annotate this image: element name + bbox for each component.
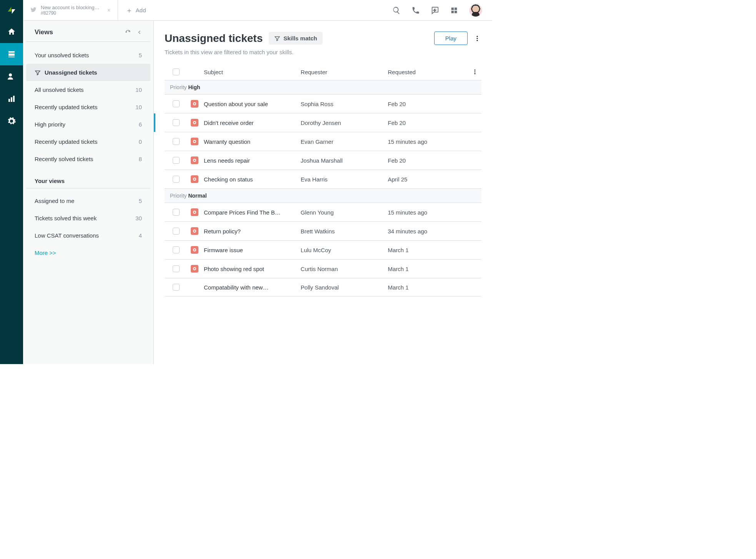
views-item[interactable]: Low CSAT conversations4	[26, 227, 150, 244]
col-requester[interactable]: Requester	[301, 69, 388, 75]
status-badge	[191, 156, 198, 164]
views-item[interactable]: High priority6	[26, 116, 150, 133]
apps-button[interactable]	[450, 6, 458, 15]
chat-icon	[431, 6, 439, 15]
views-item[interactable]: Recently updated tickets10	[26, 98, 150, 116]
nav-home[interactable]	[0, 21, 23, 43]
views-item-count: 8	[139, 156, 142, 162]
row-checkbox[interactable]	[173, 246, 180, 253]
ticket-requester: Polly Sandoval	[301, 284, 388, 291]
views-item[interactable]: All unsolved tickets10	[26, 81, 150, 98]
status-badge	[191, 227, 198, 235]
views-header: Views	[26, 28, 150, 42]
ticket-row[interactable]: Didn't receive orderDorothy JensenFeb 20	[165, 113, 481, 132]
ticket-requester: Joshua Marshall	[301, 157, 388, 164]
svg-rect-6	[451, 7, 454, 10]
tab-close[interactable]: ×	[107, 7, 110, 14]
row-checkbox[interactable]	[173, 157, 180, 164]
top-right-actions	[392, 0, 492, 20]
search-button[interactable]	[392, 6, 401, 15]
ticket-row[interactable]: Compare Prices Find The B…Glenn Young15 …	[165, 203, 481, 222]
row-checkbox[interactable]	[173, 138, 180, 145]
more-vertical-icon	[472, 69, 478, 75]
row-checkbox[interactable]	[173, 265, 180, 272]
row-checkbox[interactable]	[173, 100, 180, 107]
views-icon	[7, 50, 16, 59]
ticket-requested: 15 minutes ago	[388, 138, 465, 145]
svg-rect-9	[455, 10, 457, 13]
row-checkbox[interactable]	[173, 228, 180, 235]
views-item[interactable]: Unassigned tickets	[26, 64, 150, 81]
your-views-list: Assigned to me5Tickets solved this week3…	[23, 191, 153, 244]
customers-icon	[7, 72, 16, 81]
view-options[interactable]	[473, 35, 481, 42]
gear-icon	[7, 116, 16, 126]
refresh-icon	[125, 29, 131, 35]
call-button[interactable]	[411, 6, 420, 15]
add-tab-button[interactable]: ＋ Add	[118, 0, 154, 20]
ticket-row[interactable]: Firmware issueLulu McCoyMarch 1	[165, 241, 481, 260]
views-item[interactable]: Your unsolved tickets5	[26, 47, 150, 64]
status-badge	[191, 138, 198, 145]
col-subject[interactable]: Subject	[204, 69, 301, 75]
column-options[interactable]	[471, 69, 479, 75]
views-title: Views	[35, 28, 53, 36]
svg-point-13	[475, 70, 476, 71]
svg-point-22	[193, 230, 196, 232]
bar-chart-icon	[7, 94, 16, 103]
row-checkbox[interactable]	[173, 284, 180, 291]
skills-match-chip[interactable]: Skills match	[269, 32, 323, 45]
svg-point-18	[193, 140, 196, 143]
chat-button[interactable]	[431, 6, 439, 15]
ticket-requested: Feb 20	[388, 157, 465, 164]
ticket-requested: March 1	[388, 284, 465, 291]
nav-customers[interactable]	[0, 65, 23, 88]
nav-admin[interactable]	[0, 110, 23, 132]
ticket-row[interactable]: Lens needs repairJoshua MarshallFeb 20	[165, 151, 481, 170]
row-checkbox[interactable]	[173, 119, 180, 126]
views-item[interactable]: Recently solved tickets8	[26, 150, 150, 168]
select-all-checkbox[interactable]	[173, 68, 180, 75]
views-item-label: Recently updated tickets	[35, 104, 97, 110]
views-item[interactable]: Tickets solved this week30	[26, 210, 150, 227]
status-badge	[191, 119, 198, 126]
views-item-count: 4	[139, 232, 142, 239]
play-button[interactable]: Play	[434, 32, 468, 45]
views-item[interactable]: Assigned to me5	[26, 192, 150, 210]
nav-views[interactable]	[0, 43, 23, 65]
svg-point-2	[9, 73, 12, 77]
svg-marker-1	[12, 9, 15, 14]
more-views-link[interactable]: More >>	[23, 244, 153, 261]
views-item-label: Tickets solved this week	[35, 215, 97, 221]
ticket-row[interactable]: Photo showing red spotCurtis NormanMarch…	[165, 260, 481, 278]
ticket-row[interactable]: Checking on statusEva HarrisApril 25	[165, 170, 481, 189]
twitter-icon	[30, 6, 37, 14]
ticket-tab[interactable]: New account is blocking… #82790 ×	[23, 0, 118, 20]
add-tab-label: Add	[136, 7, 146, 13]
group-value: High	[188, 84, 200, 90]
ticket-row[interactable]: Return policy?Brett Watkins34 minutes ag…	[165, 222, 481, 241]
status-badge	[191, 175, 198, 183]
refresh-button[interactable]	[125, 29, 131, 35]
open-status-icon	[193, 267, 196, 271]
nav-reporting[interactable]	[0, 88, 23, 110]
col-requested[interactable]: Requested	[388, 69, 465, 75]
group-label: Priority	[170, 84, 188, 90]
ticket-tab-title: New account is blocking…	[41, 5, 99, 11]
collapse-button[interactable]	[137, 29, 142, 35]
ticket-row[interactable]: Question about your saleSophia RossFeb 2…	[165, 95, 481, 113]
svg-point-20	[193, 178, 196, 180]
ticket-subject: Firmware issue	[204, 247, 301, 253]
views-item-label: Recently updated tickets	[35, 138, 97, 145]
table-header: Subject Requester Requested	[165, 64, 481, 80]
row-checkbox[interactable]	[173, 176, 180, 183]
svg-point-19	[193, 159, 196, 161]
views-item[interactable]: Recently updated tickets0	[26, 133, 150, 150]
left-nav-rail	[0, 0, 23, 364]
row-checkbox[interactable]	[173, 209, 180, 216]
ticket-row[interactable]: Compatability with new…Polly SandovalMar…	[165, 278, 481, 296]
ticket-row[interactable]: Warranty questionEvan Garner15 minutes a…	[165, 132, 481, 151]
ticket-subject: Didn't receive order	[204, 120, 301, 126]
views-item-label: All unsolved tickets	[35, 87, 84, 93]
user-avatar[interactable]	[469, 4, 482, 17]
